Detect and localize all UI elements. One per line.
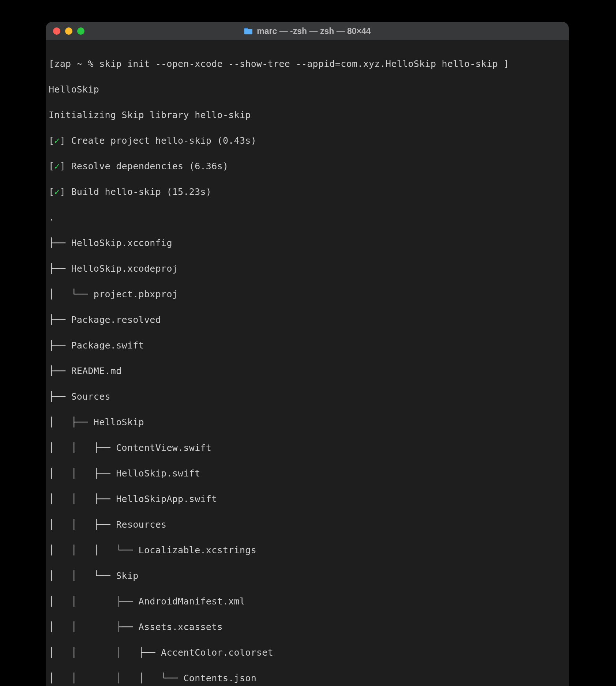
tree-line: │ │ └── Skip (49, 569, 566, 582)
prompt-host: zap ~ % (54, 59, 93, 69)
step-resolve: [✓] Resolve dependencies (6.36s) (49, 160, 566, 173)
tree-root: . (49, 211, 566, 224)
tree-line: ├── README.md (49, 365, 566, 377)
tree-line: │ └── project.pbxproj (49, 288, 566, 301)
prompt-line-1: [zap ~ % skip init --open-xcode --show-t… (49, 57, 566, 70)
check-icon: ✓ (54, 135, 60, 146)
output-init: Initializing Skip library hello-skip (49, 109, 566, 121)
tree-line: ├── HelloSkip.xcodeproj (49, 262, 566, 275)
terminal-window: marc — -zsh — zsh — 80×44 [zap ~ % skip … (46, 22, 569, 686)
step-create: [✓] Create project hello-skip (0.43s) (49, 134, 566, 147)
title-container: marc — -zsh — zsh — 80×44 (46, 26, 569, 36)
tree-line: │ │ ├── Assets.xcassets (49, 621, 566, 633)
terminal-content[interactable]: [zap ~ % skip init --open-xcode --show-t… (46, 40, 569, 686)
fullscreen-button[interactable] (77, 27, 84, 35)
tree-line: │ │ ├── AndroidManifest.xml (49, 595, 566, 608)
window-title: marc — -zsh — zsh — 80×44 (257, 26, 371, 36)
minimize-button[interactable] (65, 27, 72, 35)
tree-line: ├── Package.swift (49, 339, 566, 352)
tree-line: │ │ │ │ └── Contents.json (49, 672, 566, 685)
command-text: skip init --open-xcode --show-tree --app… (99, 59, 498, 69)
tree-line: │ │ ├── Resources (49, 518, 566, 531)
tree-line: ├── Package.resolved (49, 313, 566, 326)
step-build: [✓] Build hello-skip (15.23s) (49, 185, 566, 198)
tree-line: │ │ ├── HelloSkipApp.swift (49, 493, 566, 505)
tree-line: │ │ │ └── Localizable.xcstrings (49, 544, 566, 557)
tree-line: ├── Sources (49, 390, 566, 403)
tree-line: │ │ ├── HelloSkip.swift (49, 467, 566, 480)
tree-line: │ │ ├── ContentView.swift (49, 441, 566, 454)
check-icon: ✓ (54, 161, 60, 172)
tree-line: ├── HelloSkip.xcconfig (49, 237, 566, 249)
check-icon: ✓ (54, 186, 60, 197)
close-button[interactable] (53, 27, 60, 35)
folder-icon (244, 27, 253, 35)
tree-line: │ ├── HelloSkip (49, 416, 566, 429)
titlebar: marc — -zsh — zsh — 80×44 (46, 22, 569, 40)
traffic-lights (53, 27, 84, 35)
tree-line: │ │ │ ├── AccentColor.colorset (49, 646, 566, 659)
output-project: HelloSkip (49, 83, 566, 96)
